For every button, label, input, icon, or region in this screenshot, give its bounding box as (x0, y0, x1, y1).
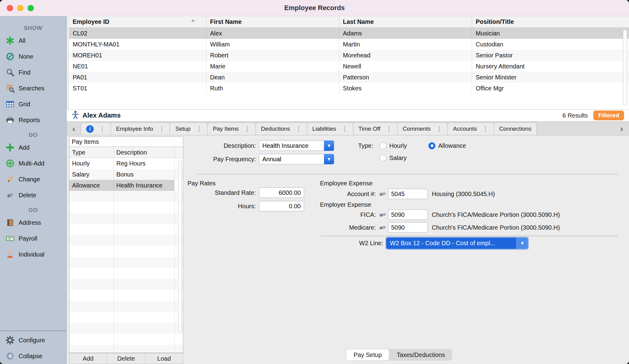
column-header-position[interactable]: Position/Title (472, 16, 629, 27)
sidebar-item-searches[interactable]: Searches (0, 80, 66, 96)
sidebar-item-label: Grid (19, 101, 30, 108)
column-header-last-name[interactable]: Last Name (339, 16, 472, 27)
list-item[interactable]: Allowance Health Insurance (69, 180, 174, 191)
eraser-icon (5, 191, 15, 200)
radio-selected-icon[interactable] (428, 142, 435, 149)
tab-comments[interactable]: Comments (397, 122, 448, 135)
delete-pay-item-button[interactable]: Delete (107, 353, 145, 364)
sidebar-item-configure[interactable]: Configure (0, 332, 66, 348)
tab-deductions[interactable]: Deductions (256, 122, 307, 135)
tab-employee-info[interactable]: Employee Info (111, 122, 170, 135)
medicare-account-input[interactable] (388, 222, 428, 233)
payroll-icon (5, 234, 15, 243)
table-scrollbar[interactable] (623, 30, 627, 106)
table-row[interactable]: MOREH01 Robert Morehead Senior Pastor (69, 50, 629, 61)
column-header-first-name[interactable]: First Name (206, 16, 339, 27)
table-row[interactable]: ST01 Ruth Stokes Office Mgr (69, 83, 629, 94)
clear-field-eraser-icon[interactable] (379, 212, 386, 217)
description-select[interactable]: Health Insurance (259, 140, 334, 151)
pay-items-scrollbar[interactable] (178, 160, 182, 331)
tab-menu-icon[interactable] (196, 125, 202, 133)
sidebar-item-multi-add[interactable]: Multi-Add (0, 155, 66, 171)
account-label: Account #: (321, 191, 376, 198)
sidebar-item-all[interactable]: All (0, 33, 66, 49)
tab-setup[interactable]: Setup (170, 122, 208, 135)
tab-menu-icon[interactable] (296, 125, 302, 133)
fica-account-description: Church's FICA/Medicare Portion (3000.509… (432, 211, 560, 218)
tab-menu-icon[interactable] (99, 125, 105, 133)
pay-frequency-value: Annual (259, 154, 324, 164)
sidebar-item-grid[interactable]: Grid (0, 96, 66, 112)
chevron-down-icon[interactable] (516, 238, 528, 249)
table-row[interactable]: MONTHLY-MA01 William Martin Custodian (69, 39, 629, 50)
minimize-window-button[interactable] (17, 5, 24, 11)
fica-row: FICA: Church's FICA/Medicare Portion (30… (321, 209, 560, 220)
tab-taxes-deductions[interactable]: Taxes/Deductions (389, 349, 452, 361)
list-item[interactable]: Hourly Reg Hours (69, 158, 183, 169)
table-row[interactable]: CL02 Alex Adams Musician (69, 28, 629, 39)
zoom-window-button[interactable] (27, 5, 34, 11)
tab-menu-icon[interactable] (386, 125, 392, 133)
tab-menu-icon[interactable] (482, 125, 489, 133)
search-icon (5, 68, 15, 77)
tab-time-off[interactable]: Time Off (353, 122, 398, 135)
fica-account-input[interactable] (388, 209, 428, 220)
tab-menu-icon[interactable] (342, 125, 348, 133)
app-window: Employee Records SHOW All None Find Sear… (0, 0, 629, 364)
sidebar-item-none[interactable]: None (0, 49, 66, 64)
clear-field-eraser-icon[interactable] (379, 191, 386, 196)
sidebar-item-individual[interactable]: Individual (0, 246, 66, 262)
pay-frequency-select[interactable]: Annual (259, 154, 334, 164)
account-number-input[interactable] (388, 189, 428, 199)
sidebar-item-add[interactable]: Add (0, 140, 66, 155)
pay-rates-heading: Pay Rates (187, 180, 216, 187)
tab-liabilities[interactable]: Liabilities (307, 122, 353, 135)
radio-icon[interactable] (380, 142, 387, 149)
section-divider (321, 236, 618, 236)
tab-menu-icon[interactable] (158, 125, 165, 133)
chevron-down-icon[interactable] (324, 140, 334, 151)
pay-items-column-type: Type (69, 147, 114, 158)
sidebar-item-reports[interactable]: Reports (0, 112, 66, 128)
sidebar-item-delete[interactable]: Delete (0, 187, 66, 203)
tabs-scroll-left-button[interactable] (67, 122, 81, 135)
sidebar-item-find[interactable]: Find (0, 64, 66, 80)
filtered-badge[interactable]: Filtered (593, 111, 624, 120)
tab-pay-items[interactable]: Pay Items (207, 122, 256, 135)
sidebar-item-change[interactable]: Change (0, 171, 66, 187)
w2-line-select[interactable]: W2 Box 12 - Code DD - Cost of empl... (386, 238, 528, 249)
gear-icon (5, 336, 15, 345)
sidebar-item-collapse[interactable]: Collapse (0, 348, 66, 364)
tab-info[interactable]: i (81, 122, 111, 135)
description-label: Description: (183, 142, 256, 149)
radio-icon[interactable] (380, 155, 387, 162)
load-pay-item-button[interactable]: Load (145, 353, 183, 364)
hours-input[interactable] (259, 201, 304, 211)
sidebar-item-payroll[interactable]: Payroll (0, 231, 66, 246)
record-bar: Alex Adams 6 Results Filtered (67, 109, 629, 122)
reports-icon (5, 115, 15, 125)
add-pay-item-button[interactable]: Add (69, 353, 107, 364)
tab-menu-icon[interactable] (244, 125, 250, 133)
type-radio-allowance[interactable]: Allowance (428, 140, 466, 151)
record-person-icon (71, 111, 79, 120)
sort-ascending-icon[interactable]: ^ (191, 18, 195, 26)
type-radio-hourly[interactable]: Hourly (380, 140, 407, 151)
pencil-icon (5, 175, 15, 184)
tab-pay-setup[interactable]: Pay Setup (346, 349, 389, 361)
column-header-employee-id[interactable]: Employee ID ^ (69, 16, 206, 27)
chevron-down-icon[interactable] (324, 154, 334, 164)
list-item[interactable]: Salary Bonus (69, 169, 183, 180)
type-radio-salary[interactable]: Salary (380, 152, 407, 163)
sidebar-item-address[interactable]: Address (0, 215, 66, 231)
tab-connections[interactable]: Connections (494, 122, 537, 135)
table-row[interactable]: PA01 Dean Patterson Senior Minister (69, 72, 629, 83)
clear-field-eraser-icon[interactable] (379, 225, 386, 230)
table-row[interactable]: NE01 Marie Newell Nursery Attendant (69, 61, 629, 72)
standard-rate-input[interactable] (259, 187, 304, 198)
close-window-button[interactable] (7, 5, 13, 11)
sidebar: SHOW All None Find Searches Grid (0, 16, 67, 364)
tab-menu-icon[interactable] (436, 125, 442, 133)
tab-accounts[interactable]: Accounts (447, 122, 494, 135)
tabs-scroll-right-button[interactable] (615, 122, 628, 135)
